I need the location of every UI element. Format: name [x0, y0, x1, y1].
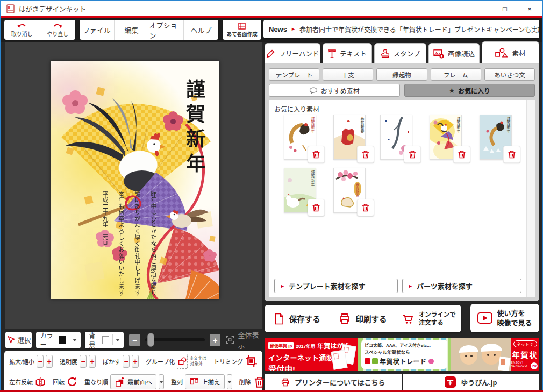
addressee-side-button[interactable]: あて名面作成	[223, 20, 261, 40]
redo-button[interactable]: やり直し	[40, 20, 76, 40]
printer-info-link[interactable]: プリンターについてはこちら	[265, 374, 402, 390]
material-panel: テンプレート 干支 縁起物 フレーム あいさつ文 おすすめ素材 ★ お気に入り …	[265, 63, 539, 301]
category-eto[interactable]: 干支	[323, 68, 373, 81]
category-template[interactable]: テンプレート	[269, 68, 319, 81]
image-import-icon	[433, 49, 444, 59]
menu-edit[interactable]: 編集	[115, 20, 149, 40]
flip-horizontal-button[interactable]	[35, 377, 46, 387]
fit-view-icon	[225, 334, 234, 345]
delete-favorite-button[interactable]	[404, 146, 421, 163]
pencil-icon	[266, 49, 275, 58]
banner-trade-section[interactable]: ピコ太郎、AAA、アイス付きetc... スペシャル年賀状なら 年賀状トレード	[358, 338, 451, 371]
trash-icon	[311, 149, 321, 159]
category-greeting[interactable]: あいさつ文	[484, 68, 535, 81]
bring-to-front-button[interactable]: 最前面へ	[110, 374, 156, 389]
recommended-toggle[interactable]: おすすめ素材	[269, 84, 400, 97]
menu-options[interactable]: オプション	[149, 20, 184, 40]
material-thumbnail[interactable]: 謹賀新年	[284, 115, 316, 160]
rotate-button[interactable]	[67, 376, 77, 387]
design-canvas[interactable]: 謹賀新年 昨年中はひとかたならぬご厚誼を賜り 誠にありがたく厚く御礼申し上げます…	[5, 42, 262, 329]
delete-favorite-button[interactable]	[308, 199, 325, 216]
yubin-nenga-badge: 郵便年賀.jp	[268, 342, 294, 349]
postcard-graphic	[331, 350, 348, 370]
chevron-down-icon	[159, 381, 163, 383]
stack-order-dropdown[interactable]	[159, 374, 164, 389]
star-icon: ★	[448, 87, 455, 95]
kids-photo-graphic	[451, 338, 511, 371]
ad-banner[interactable]: 郵便年賀.jp 2017年用 年賀はがき インターネット通販 受付中! ピコ太郎…	[265, 338, 539, 371]
blur-decrease-button[interactable]: −	[123, 355, 130, 368]
howto-video-button[interactable]: 使い方を映像で見る	[470, 304, 539, 332]
cart-icon	[402, 313, 414, 325]
find-parts-button[interactable]: ► パーツ素材を探す	[402, 279, 521, 293]
zoom-in-button[interactable]: +	[210, 334, 220, 346]
select-tool-button[interactable]: 選択	[5, 332, 32, 348]
tab-stamp[interactable]: スタンプ	[374, 43, 426, 63]
material-thumbnail[interactable]: 謹賀新年	[284, 168, 316, 213]
banner-net-nenga-section[interactable]: ネットで 年賀状 ENJOY! NENGAJO PR	[511, 338, 539, 371]
card-greeting-title[interactable]: 謹賀新年	[184, 79, 203, 178]
favorites-toggle[interactable]: ★ お気に入り	[404, 84, 535, 97]
print-button[interactable]: 印刷する	[330, 305, 396, 332]
tab-text[interactable]: テキスト	[323, 43, 372, 63]
order-online-button[interactable]: オンラインで注文する	[396, 305, 461, 332]
menu-file[interactable]: ファイル	[80, 20, 115, 40]
material-thumbnail[interactable]: 謹賀新年	[430, 115, 462, 160]
addressee-icon	[238, 23, 246, 30]
news-bar[interactable]: News ► 参加者同士で年賀状が交換できる「年賀状トレード」プレゼントキャンペ…	[263, 20, 539, 38]
trash-icon	[253, 376, 266, 388]
menu-help[interactable]: ヘルプ	[184, 20, 218, 40]
undo-button[interactable]: 取り消し	[4, 20, 40, 40]
delete-favorite-button[interactable]	[357, 146, 374, 163]
card-greeting-body[interactable]: 昨年中はひとかたならぬご厚誼を賜り 誠にありがたく厚く御礼申し上げます 本年も何…	[97, 191, 161, 298]
layers-icon	[115, 377, 125, 387]
postcard-artwork[interactable]: 謹賀新年 昨年中はひとかたならぬご厚誼を賜り 誠にありがたく厚く御礼申し上げます…	[51, 61, 219, 299]
yubin-jp-link[interactable]: ゆうびん.jp	[403, 374, 540, 390]
opacity-decrease-button[interactable]: −	[80, 355, 87, 368]
trash-icon	[361, 149, 370, 159]
fit-view-button[interactable]: 全体表示	[225, 330, 262, 350]
banner-photo-section[interactable]	[451, 338, 511, 371]
delete-button[interactable]	[253, 376, 266, 388]
material-thumbnail[interactable]: 恭賀新春	[333, 168, 366, 213]
scrollbar[interactable]	[526, 100, 535, 297]
category-frame[interactable]: フレーム	[431, 68, 481, 81]
scale-decrease-button[interactable]: −	[37, 355, 44, 368]
trash-icon	[311, 203, 321, 212]
delete-favorite-button[interactable]	[453, 146, 470, 163]
background-picker-button[interactable]: 背景	[85, 332, 124, 348]
blur-increase-button[interactable]: +	[132, 355, 139, 368]
delete-favorite-button[interactable]	[503, 146, 520, 163]
group-button[interactable]	[177, 354, 188, 369]
save-button[interactable]: 保存する	[265, 305, 330, 332]
printer-icon	[339, 313, 351, 325]
scale-increase-button[interactable]: +	[46, 355, 53, 368]
logo-dot-icon	[428, 359, 434, 364]
maximize-button[interactable]: □	[492, 1, 517, 16]
material-thumbnail[interactable]	[380, 115, 412, 160]
filter-toggle-row: おすすめ素材 ★ お気に入り	[269, 84, 535, 97]
tab-image-import[interactable]: 画像読込	[428, 43, 480, 63]
zoom-slider-handle[interactable]	[147, 333, 154, 347]
tab-freehand[interactable]: フリーハンド	[265, 43, 320, 63]
tool-row-arrange: 左右反転 回転 重なり順 最前面へ 整列 上揃え 削除	[4, 372, 262, 391]
find-template-button[interactable]: ► テンプレート素材を探す	[274, 279, 398, 293]
align-top-button[interactable]: 上揃え	[185, 374, 225, 389]
material-thumbnail[interactable]: 恭賀新春	[333, 115, 366, 160]
trim-button[interactable]	[245, 355, 258, 367]
cursor-icon	[6, 336, 15, 345]
delete-favorite-button[interactable]	[308, 146, 325, 163]
opacity-increase-button[interactable]: +	[89, 355, 96, 368]
tab-material[interactable]: 素材	[482, 41, 539, 63]
category-engimono[interactable]: 縁起物	[376, 68, 427, 81]
chevron-down-icon	[227, 381, 232, 383]
align-dropdown[interactable]	[227, 374, 232, 389]
banner-postal-section[interactable]: 郵便年賀.jp 2017年用 年賀はがき インターネット通販 受付中!	[265, 338, 358, 371]
delete-favorite-button[interactable]	[357, 199, 374, 216]
minimize-button[interactable]: −	[468, 1, 492, 16]
close-button[interactable]: ×	[517, 1, 542, 16]
zoom-slider[interactable]	[145, 338, 205, 341]
zoom-out-button[interactable]: −	[129, 334, 140, 346]
material-thumbnail[interactable]: 謹賀新年	[480, 115, 512, 160]
color-picker-button[interactable]: カラー	[36, 332, 81, 348]
